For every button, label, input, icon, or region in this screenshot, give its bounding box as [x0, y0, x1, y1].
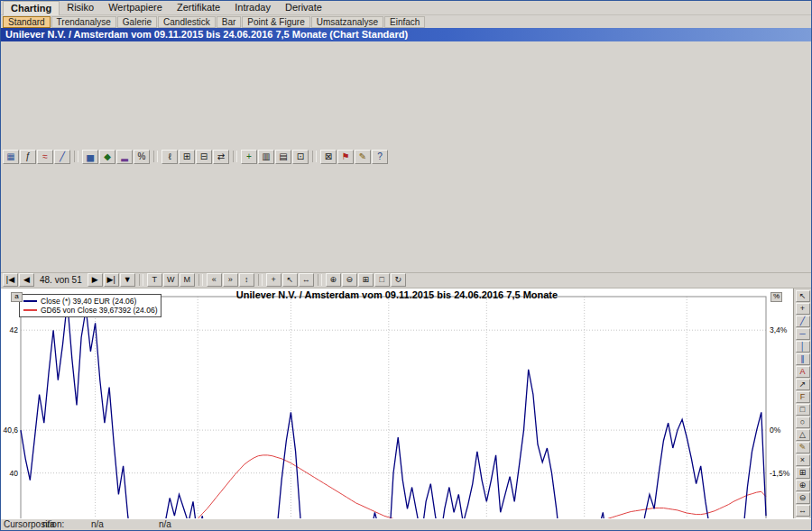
compress-time-icon[interactable]: «: [207, 273, 222, 287]
chart-counter: 48. von 51: [35, 275, 87, 285]
measure-icon[interactable]: ↔: [299, 273, 314, 287]
toolbar-separator: [312, 151, 317, 162]
period-week-icon[interactable]: W: [163, 273, 179, 287]
zoom-reset-icon[interactable]: □: [374, 273, 390, 287]
pointer-icon[interactable]: ↖: [282, 273, 298, 287]
expand-time-icon[interactable]: »: [223, 273, 238, 287]
legend-item-close: Close (*) 39,40 EUR (24.06): [23, 297, 157, 306]
chart-layout-icon[interactable]: ▦: [3, 150, 19, 164]
candlestick-chart-icon[interactable]: ◆: [99, 150, 115, 164]
zoom-out-icon[interactable]: ⊖: [342, 273, 357, 287]
chart-type-tab-bar[interactable]: Bar: [217, 16, 242, 28]
copy-chart-icon[interactable]: ⊡: [292, 150, 309, 164]
grid-toggle-icon[interactable]: ⊞: [179, 150, 195, 164]
indicator-add-icon[interactable]: ƒ: [20, 150, 36, 164]
zoom-window-icon[interactable]: ⊞: [358, 273, 374, 287]
rectangle-tool-icon[interactable]: □: [796, 404, 810, 416]
left-axis-mode-button[interactable]: a: [11, 292, 23, 302]
toolbar-separator: [153, 151, 158, 162]
chart-type-tab-point-figure[interactable]: Point & Figure: [242, 16, 309, 28]
add-study-icon[interactable]: +: [241, 150, 257, 164]
right-axis-mode-button[interactable]: %: [770, 292, 782, 302]
toolbar-separator: [74, 151, 78, 162]
svg-text:0%: 0%: [770, 426, 781, 435]
triangle-tool-icon[interactable]: △: [796, 429, 810, 441]
log-scale-icon[interactable]: ℓ: [161, 150, 178, 164]
toolbar-nav-icons: TWM«»↕+↖↔⊕⊖⊞□↻: [147, 273, 406, 287]
statusbar: Cursorposition: n/a n/a n/a: [1, 518, 811, 530]
next-chart-button[interactable]: ▶: [88, 273, 103, 287]
svg-text:3,4%: 3,4%: [770, 325, 788, 334]
main-area: Unilever N.V. / Amsterdam vom 09.11.2015…: [1, 288, 811, 519]
menu-tab-wertpapiere[interactable]: Wertpapiere: [101, 1, 170, 15]
last-chart-button[interactable]: ▶|: [104, 273, 119, 287]
chart-window-titlebar: Unilever N.V. / Amsterdam vom 09.11.2015…: [1, 28, 811, 41]
svg-text:42: 42: [10, 325, 19, 334]
crosshair-icon[interactable]: +: [266, 273, 281, 287]
horizontal-line-tool-icon[interactable]: ─: [796, 328, 810, 340]
cursor-position-label: Cursorposition:: [4, 519, 64, 530]
period-month-icon[interactable]: M: [180, 273, 195, 287]
freehand-tool-icon[interactable]: ✎: [796, 442, 810, 453]
menu-tab-derivate[interactable]: Derivate: [278, 1, 329, 15]
zoom-out-tool-icon[interactable]: ⊖: [796, 492, 810, 504]
menu-tab-risiko[interactable]: Risiko: [60, 1, 101, 15]
line-chart-icon[interactable]: ╱: [54, 150, 70, 164]
chart-type-tab-umsatzanalyse[interactable]: Umsatzanalyse: [311, 16, 383, 28]
chart-svg[interactable]: 423,4%40,60%40-1,5%39-4%38-6,4%37-8,9%De…: [1, 288, 793, 531]
statusbar-value-3: n/a: [159, 519, 171, 530]
legend-item-gd65: GD65 von Close 39,67392 (24.06): [23, 306, 157, 315]
arrow-tool-icon[interactable]: ↗: [796, 379, 810, 390]
channel-tool-icon[interactable]: ∥: [796, 353, 810, 365]
flag-alarm-icon[interactable]: ⚑: [337, 150, 354, 164]
toolbar-separator: [258, 274, 263, 286]
menu-tab-charting[interactable]: Charting: [3, 1, 60, 15]
first-chart-button[interactable]: |◀: [3, 273, 18, 287]
chart-list-dropdown-button[interactable]: ▼: [120, 273, 135, 287]
chart-type-tab-galerie[interactable]: Galerie: [117, 16, 157, 28]
note-icon[interactable]: ✎: [355, 150, 371, 164]
text-tool-icon[interactable]: A: [796, 366, 810, 378]
chart-area[interactable]: Unilever N.V. / Amsterdam vom 09.11.2015…: [1, 288, 794, 519]
crosshair-tool-icon[interactable]: +: [796, 303, 810, 315]
bar-chart-icon[interactable]: ▅: [82, 150, 98, 164]
svg-text:40,6: 40,6: [3, 426, 18, 435]
menubar: ChartingRisikoWertpapiereZertifikateIntr…: [1, 1, 811, 15]
chart-type-tab-candlestick[interactable]: Candlestick: [158, 16, 216, 28]
refresh-icon[interactable]: ↻: [391, 273, 406, 287]
menu-tab-intraday[interactable]: Intraday: [227, 1, 278, 15]
chart-type-tab-trendanalyse[interactable]: Trendanalyse: [51, 16, 116, 28]
chart-type-tab-einfach[interactable]: Einfach: [384, 16, 425, 28]
period-day-icon[interactable]: T: [147, 273, 162, 287]
zoom-in-tool-icon[interactable]: ⊕: [796, 480, 810, 491]
overlay-average-icon[interactable]: ≈: [37, 150, 53, 164]
fibonacci-tool-icon[interactable]: F: [796, 391, 810, 403]
toolbar-separator: [318, 274, 322, 286]
open-template-icon[interactable]: ▤: [275, 150, 291, 164]
legend-label-gd65: GD65 von Close 39,67392 (24.06): [41, 306, 157, 315]
axis-settings-icon[interactable]: ⊟: [196, 150, 212, 164]
zoom-area-tool-icon[interactable]: ⊞: [796, 467, 810, 479]
chart-type-tab-standard[interactable]: Standard: [3, 16, 51, 28]
zoom-in-icon[interactable]: ⊕: [326, 273, 341, 287]
compare-icon[interactable]: ⇄: [213, 150, 229, 164]
chart-legend: Close (*) 39,40 EUR (24.06)GD65 von Clos…: [19, 294, 161, 317]
help-icon[interactable]: ?: [372, 150, 388, 164]
menu-tab-zertifikate[interactable]: Zertifikate: [170, 1, 227, 15]
trendline-tool-icon[interactable]: ╱: [796, 316, 810, 327]
toolbar-main: ▦ƒ≈╱▅◆▂%ℓ⊞⊟⇄+▥▤⊡⊠⚑✎?: [1, 41, 811, 273]
previous-chart-button[interactable]: ◀: [19, 273, 34, 287]
save-template-icon[interactable]: ▥: [258, 150, 274, 164]
delete-tool-icon[interactable]: ×: [796, 454, 810, 466]
autoscale-icon[interactable]: ↕: [239, 273, 254, 287]
volume-icon[interactable]: ▂: [116, 150, 133, 164]
legend-label-close: Close (*) 39,40 EUR (24.06): [41, 297, 136, 306]
chart-window-title: Unilever N.V. / Amsterdam vom 09.11.2015…: [5, 29, 408, 40]
statusbar-value-2: n/a: [91, 519, 104, 530]
percent-scale-icon[interactable]: %: [134, 150, 150, 164]
vertical-line-tool-icon[interactable]: │: [796, 341, 810, 352]
pointer-tool-icon[interactable]: ↖: [796, 290, 810, 302]
ellipse-tool-icon[interactable]: ○: [796, 417, 810, 428]
export-icon[interactable]: ⊠: [320, 150, 337, 164]
measure-tool-icon[interactable]: ↔: [796, 505, 810, 517]
